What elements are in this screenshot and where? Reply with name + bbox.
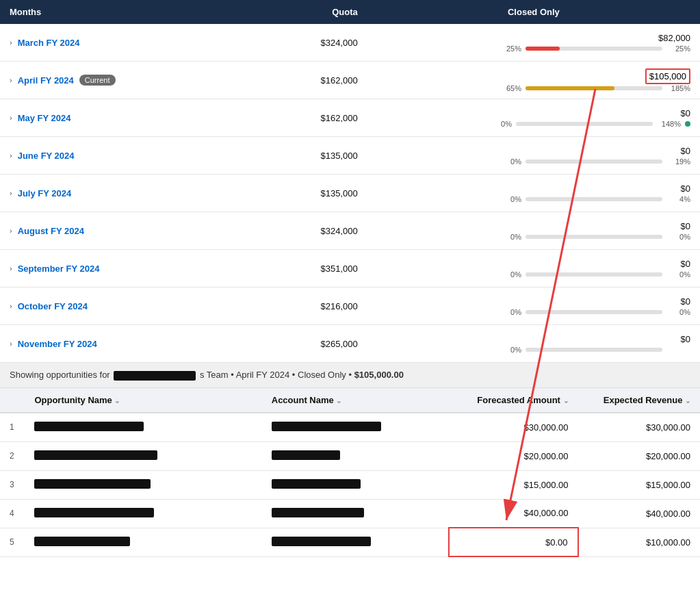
- quota-cell: $324,000: [229, 212, 367, 250]
- closed-only-cell: $0 0% 148%: [367, 99, 700, 137]
- forecast-table: Months Quota Closed Only › March FY 2024…: [0, 0, 700, 363]
- opportunity-name-cell: [25, 413, 261, 442]
- month-label[interactable]: May FY 2024: [18, 113, 71, 123]
- closed-only-cell: $0 0%: [367, 325, 700, 363]
- closed-only-cell: $0 0% 19%: [367, 137, 700, 175]
- month-row: › May FY 2024 $162,000 $0 0% 148%: [0, 99, 700, 137]
- chevron-icon[interactable]: ›: [10, 38, 12, 47]
- pct-left: 0%: [501, 157, 521, 166]
- amount-label: $82,000: [658, 33, 690, 43]
- bar-track: [526, 348, 662, 352]
- month-cell: › November FY 2024: [0, 325, 229, 363]
- col-opp-name[interactable]: Opportunity Name ⌄: [25, 388, 261, 413]
- opportunities-header: Showing opportunities for s Team • April…: [0, 363, 700, 388]
- opportunity-row: 4$40,000.00$40,000.00: [0, 499, 700, 528]
- month-cell: › March FY 2024: [0, 24, 229, 62]
- month-label[interactable]: September FY 2024: [18, 264, 100, 274]
- chevron-icon[interactable]: ›: [10, 114, 12, 122]
- month-label[interactable]: August FY 2024: [18, 226, 84, 236]
- pct-right: 148%: [657, 120, 681, 128]
- pct-right: 0%: [666, 270, 690, 279]
- account-name-cell: [262, 441, 449, 470]
- month-cell: › August FY 2024: [0, 212, 229, 250]
- row-num: 5: [0, 528, 25, 556]
- row-num: 1: [0, 413, 25, 442]
- row-num: 4: [0, 499, 25, 528]
- account-name-cell: [262, 499, 449, 528]
- closed-only-cell: $0 0% 0%: [367, 250, 700, 287]
- indicator-dot: [685, 121, 690, 127]
- chevron-icon[interactable]: ›: [10, 264, 12, 272]
- chevron-icon[interactable]: ›: [10, 151, 12, 159]
- pct-left: 0%: [501, 195, 521, 203]
- month-cell: › October FY 2024: [0, 287, 229, 325]
- col-account-name[interactable]: Account Name ⌄: [262, 388, 449, 413]
- expected-revenue-cell: $20,000.00: [578, 441, 700, 470]
- col-quota: Quota: [229, 0, 367, 24]
- main-container: Months Quota Closed Only › March FY 2024…: [0, 0, 700, 590]
- pct-right: 19%: [666, 157, 690, 166]
- forecasted-amount-cell: $40,000.00: [449, 499, 578, 528]
- col-expected[interactable]: Expected Revenue ⌄: [578, 388, 700, 413]
- pct-right: 4%: [666, 195, 690, 203]
- col-months: Months: [0, 0, 229, 24]
- chevron-icon[interactable]: ›: [10, 302, 12, 310]
- chevron-icon[interactable]: ›: [10, 76, 12, 84]
- sort-expected-icon[interactable]: ⌄: [685, 397, 690, 405]
- amount-label: $0: [681, 108, 690, 118]
- row-num: 3: [0, 470, 25, 499]
- month-label[interactable]: June FY 2024: [18, 151, 75, 161]
- pct-right: 185%: [666, 84, 690, 92]
- month-row: › October FY 2024 $216,000 $0 0% 0%: [0, 287, 700, 325]
- redacted-acc-name: [272, 508, 364, 517]
- month-cell: › June FY 2024: [0, 137, 229, 175]
- month-label[interactable]: March FY 2024: [18, 38, 80, 48]
- showing-text: Showing opportunities for: [10, 370, 110, 380]
- month-row: › September FY 2024 $351,000 $0 0% 0%: [0, 250, 700, 287]
- month-label[interactable]: July FY 2024: [18, 188, 72, 198]
- opportunity-row: 5$0.00$10,000.00: [0, 528, 700, 556]
- pct-left: 25%: [501, 44, 521, 53]
- sort-opp-icon[interactable]: ⌄: [114, 397, 120, 405]
- redacted-opp-name: [34, 537, 130, 546]
- month-label[interactable]: October FY 2024: [18, 301, 88, 311]
- sort-forecasted-icon[interactable]: ⌄: [563, 397, 569, 405]
- opportunity-row: 3$15,000.00$15,000.00: [0, 470, 700, 499]
- quota-cell: $265,000: [229, 325, 367, 363]
- account-name-cell: [262, 413, 449, 442]
- closed-only-cell: $0 0% 0%: [367, 212, 700, 250]
- bar-track: [516, 122, 653, 126]
- bar-track: [526, 272, 662, 277]
- month-row: › November FY 2024 $265,000 $0 0%: [0, 325, 700, 363]
- sort-acc-icon[interactable]: ⌄: [336, 397, 341, 405]
- redacted-acc-name: [272, 537, 371, 546]
- chevron-icon[interactable]: ›: [10, 227, 12, 235]
- opportunity-row: 2$20,000.00$20,000.00: [0, 441, 700, 470]
- month-label[interactable]: April FY 2024: [18, 75, 74, 86]
- col-closed: Closed Only: [367, 0, 700, 24]
- opportunity-name-cell: [25, 441, 261, 470]
- chevron-icon[interactable]: ›: [10, 339, 12, 348]
- month-cell: › May FY 2024: [0, 99, 229, 137]
- pct-left: 0%: [501, 233, 521, 241]
- bar-track: [526, 47, 662, 51]
- month-label[interactable]: November FY 2024: [18, 339, 97, 349]
- chevron-icon[interactable]: ›: [10, 189, 12, 197]
- forecasted-amount-cell: $15,000.00: [449, 470, 578, 499]
- opportunity-name-cell: [25, 470, 261, 499]
- month-row: › March FY 2024 $324,000 $82,000 25% 25%: [0, 24, 700, 62]
- forecasted-amount-cell: $20,000.00: [449, 441, 578, 470]
- expected-revenue-cell: $15,000.00: [578, 470, 700, 499]
- closed-only-cell: $105,000 65% 185%: [367, 62, 700, 99]
- quota-cell: $324,000: [229, 24, 367, 62]
- amount-label: $0: [681, 296, 690, 307]
- closed-only-cell: $0 0% 4%: [367, 175, 700, 212]
- redacted-opp-name: [34, 479, 151, 489]
- forecasted-amount-cell: $0.00: [449, 528, 578, 556]
- amount-label: $0: [681, 146, 690, 156]
- opportunities-table: Opportunity Name ⌄ Account Name ⌄ Foreca…: [0, 388, 700, 558]
- col-forecasted[interactable]: Forecasted Amount ⌄: [449, 388, 578, 413]
- pct-left: 0%: [501, 346, 521, 354]
- separator2: •: [292, 370, 298, 380]
- expected-revenue-cell: $40,000.00: [578, 499, 700, 528]
